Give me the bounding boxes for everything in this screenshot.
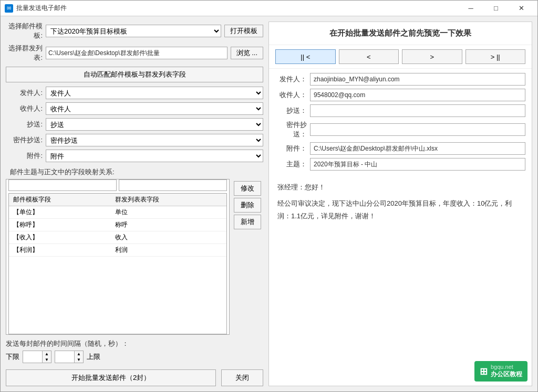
list-label: 选择群发列表: — [6, 44, 43, 62]
preview-sender-row: 发件人： zhaojinbiao_MYN@aliyun.com — [275, 73, 525, 86]
open-template-button[interactable]: 打开模板 — [224, 25, 263, 37]
preview-subject-row: 主题： 2020年预算目标 - 中山 — [275, 158, 525, 171]
bcc-label: 密件抄送: — [6, 135, 43, 145]
receiver-label: 收件人: — [6, 104, 43, 113]
preview-receiver-label: 收件人： — [275, 90, 307, 100]
cc-label: 抄送: — [6, 120, 43, 129]
mapping-table-wrapper: 邮件模板字段 群发列表表字段 【单位】单位【称呼】称呼【收入】收入【利润】利润 — [8, 193, 227, 334]
lower-label: 下限 — [6, 352, 19, 362]
preview-cc-value — [310, 104, 525, 117]
maximize-button[interactable]: □ — [484, 1, 508, 16]
bcc-row: 密件抄送: 密件抄送 — [6, 134, 263, 146]
attachment-label: 附件: — [6, 151, 43, 161]
preview-cc-row: 抄送： — [275, 104, 525, 117]
lower-up-button[interactable]: ▲ — [43, 351, 51, 357]
preview-attachment-value: C:\Users\赵金彪\Desktop\群发邮件\中山.xlsx — [310, 142, 525, 155]
upper-up-button[interactable]: ▲ — [75, 351, 83, 357]
list-path-display: C:\Users\赵金彪\Desktop\群发邮件\批量 — [46, 47, 227, 59]
preview-subject-label: 主题： — [275, 160, 307, 169]
interval-row: 下限 0 ▲ ▼ 10 ▲ ▼ — [6, 351, 263, 363]
table-row[interactable]: 【称呼】称呼 — [9, 219, 226, 231]
table-row[interactable]: 【利润】利润 — [9, 244, 226, 257]
body-line1: 张经理：您好！ — [277, 181, 523, 193]
auto-match-button[interactable]: 自动匹配邮件模板与群发列表字段 — [6, 67, 263, 82]
right-bottom: ⊞ bgqu.net 办公区教程 — [269, 287, 532, 386]
preview-cc-label: 抄送： — [275, 106, 307, 115]
upper-label: 上限 — [87, 352, 100, 362]
preview-header: 在开始批量发送邮件之前先预览一下效果 — [269, 22, 532, 45]
next-button[interactable]: > — [402, 49, 462, 64]
browse-button[interactable]: 浏览 ... — [231, 47, 263, 59]
app-icon: ✉ — [5, 4, 13, 13]
last-button[interactable]: > || — [465, 49, 526, 64]
preview-sender-label: 发件人： — [275, 75, 307, 84]
delete-button[interactable]: 删除 — [234, 198, 261, 213]
preview-bcc-value — [310, 123, 525, 136]
sender-select[interactable]: 发件人 — [46, 87, 263, 99]
list-row: 选择群发列表: C:\Users\赵金彪\Desktop\群发邮件\批量 浏览 … — [6, 44, 263, 62]
receiver-select[interactable]: 收件人 — [46, 102, 263, 115]
office-icon: ⊞ — [480, 366, 488, 377]
lower-spinner-btns: ▲ ▼ — [42, 351, 51, 363]
window-title: 批量发送电子邮件 — [16, 4, 459, 13]
body-line2: 经公司审议决定，现下达中山分公司2020年预算目标，年度收入：10亿元，利润：1… — [277, 197, 523, 222]
bcc-select[interactable]: 密件抄送 — [46, 134, 263, 146]
lower-spinner: 0 ▲ ▼ — [23, 351, 51, 363]
preview-attachment-row: 附件： C:\Users\赵金彪\Desktop\群发邮件\中山.xlsx — [275, 142, 525, 155]
template-label: 选择邮件模板: — [6, 22, 43, 40]
lower-down-button[interactable]: ▼ — [43, 357, 51, 363]
upper-input[interactable]: 10 — [55, 351, 74, 363]
sender-row: 发件人: 发件人 — [6, 87, 263, 99]
upper-spinner-btns: ▲ ▼ — [74, 351, 83, 363]
preview-receiver-row: 收件人： 9548002@qq.com — [275, 89, 525, 101]
first-button[interactable]: || < — [275, 49, 336, 64]
preview-body: 张经理：您好！ 经公司审议决定，现下达中山分公司2020年预算目标，年度收入：1… — [269, 175, 532, 287]
mapping-input-row — [6, 179, 229, 193]
attachment-select[interactable]: 附件 — [46, 150, 263, 162]
mapping-section: 邮件主题与正文中的字段映射关系: — [6, 165, 263, 335]
preview-subject-value: 2020年预算目标 - 中山 — [310, 158, 525, 171]
table-row[interactable]: 【收入】收入 — [9, 231, 226, 244]
left-panel: 选择邮件模板: 下达2020年预算目标模板 打开模板 选择群发列表: C:\Us… — [6, 22, 263, 386]
window-controls: ─ □ ✕ — [459, 1, 533, 16]
mapping-input-col2[interactable] — [119, 179, 227, 191]
attachment-row: 附件: 附件 — [6, 150, 263, 162]
title-bar: ✉ 批量发送电子邮件 ─ □ ✕ — [1, 1, 537, 16]
col2-header: 群发列表表字段 — [111, 194, 226, 206]
minimize-button[interactable]: ─ — [459, 1, 483, 16]
bottom-buttons: 开始批量发送邮件（2封） 关闭 — [6, 369, 263, 386]
main-content: 选择邮件模板: 下达2020年预算目标模板 打开模板 选择群发列表: C:\Us… — [1, 16, 537, 391]
template-select[interactable]: 下达2020年预算目标模板 — [46, 25, 221, 37]
table-row[interactable]: 【单位】单位 — [9, 206, 226, 219]
main-window: ✉ 批量发送电子邮件 ─ □ ✕ 选择邮件模板: 下达2020年预算目标模板 打… — [0, 0, 538, 392]
close-button[interactable]: ✕ — [509, 1, 533, 16]
sender-label: 发件人: — [6, 88, 43, 98]
upper-spinner: 10 ▲ ▼ — [55, 351, 84, 363]
preview-receiver-value: 9548002@qq.com — [310, 89, 525, 101]
watermark-name: 办公区教程 — [491, 370, 522, 379]
receiver-row: 收件人: 收件人 — [6, 102, 263, 115]
add-button[interactable]: 新增 — [234, 215, 261, 229]
prev-button[interactable]: < — [339, 49, 399, 64]
mapping-input-col1[interactable] — [8, 179, 117, 191]
interval-section: 发送每封邮件的时间间隔（随机，秒）： 下限 0 ▲ ▼ 10 ▲ — [6, 338, 263, 364]
mapping-buttons: 修改 删除 新增 — [232, 179, 263, 335]
send-button[interactable]: 开始批量发送邮件（2封） — [6, 369, 216, 386]
mapping-title: 邮件主题与正文中的字段映射关系: — [6, 165, 263, 179]
preview-bcc-row: 密件抄送： — [275, 120, 525, 139]
close-main-button[interactable]: 关闭 — [221, 369, 263, 386]
template-row: 选择邮件模板: 下达2020年预算目标模板 打开模板 — [6, 22, 263, 40]
modify-button[interactable]: 修改 — [234, 181, 261, 196]
cc-select[interactable]: 抄送 — [46, 118, 263, 131]
preview-fields: 发件人： zhaojinbiao_MYN@aliyun.com 收件人： 954… — [269, 69, 532, 175]
col1-header: 邮件模板字段 — [9, 194, 111, 206]
watermark-site: bgqu.net — [491, 364, 522, 370]
preview-sender-value: zhaojinbiao_MYN@aliyun.com — [310, 73, 525, 86]
right-panel: 在开始批量发送邮件之前先预览一下效果 || < < > > || 发件人： zh… — [268, 22, 532, 386]
watermark: ⊞ bgqu.net 办公区教程 — [474, 361, 527, 382]
preview-attachment-label: 附件： — [275, 144, 307, 153]
interval-label: 发送每封邮件的时间间隔（随机，秒）： — [6, 339, 263, 348]
lower-input[interactable]: 0 — [23, 351, 42, 363]
nav-row: || < < > > || — [269, 45, 532, 69]
upper-down-button[interactable]: ▼ — [75, 357, 83, 363]
